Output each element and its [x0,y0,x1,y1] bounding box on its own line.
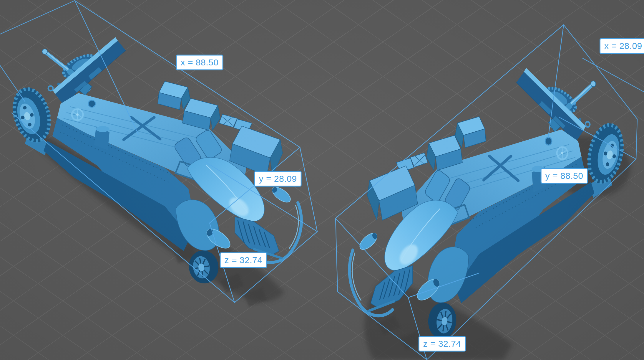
model-left-mesh[interactable] [7,37,301,286]
dimension-label-x-left: x = 88.50 [176,55,223,70]
dimension-label-y-left: y = 28.09 [254,171,302,187]
dimension-label-y-right: y = 88.50 [541,168,588,184]
model-right-mesh[interactable] [349,68,629,341]
slicer-viewport-page: { "scene": { "type": "3d-model-viewer-vi… [0,0,644,360]
dimension-label-z-right: z = 32.74 [419,336,466,352]
dimension-label-x-right: x = 28.09 [600,38,644,54]
dimension-label-z-left: z = 32.74 [220,252,267,268]
